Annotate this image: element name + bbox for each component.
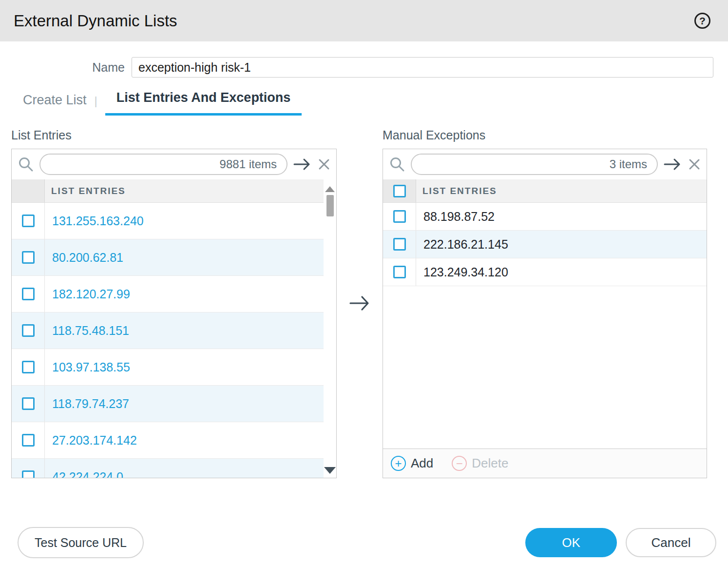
- row-checkbox[interactable]: [22, 251, 35, 264]
- table-row[interactable]: 131.255.163.240: [12, 203, 324, 239]
- list-entry-value: 103.97.138.55: [45, 349, 324, 385]
- table-row[interactable]: 222.186.21.145: [383, 231, 707, 258]
- list-entry-value: 131.255.163.240: [45, 203, 324, 239]
- items-count: 9881 items: [220, 157, 277, 171]
- clear-filter-icon[interactable]: [687, 157, 702, 172]
- name-input[interactable]: [132, 57, 713, 78]
- table-row[interactable]: 80.200.62.81: [12, 239, 324, 276]
- apply-filter-arrow-icon[interactable]: [293, 157, 311, 172]
- manual-exceptions-title: Manual Exceptions: [383, 128, 707, 142]
- table-row[interactable]: 88.198.87.52: [383, 203, 707, 231]
- row-checkbox[interactable]: [22, 324, 35, 337]
- scroll-up-arrow-icon[interactable]: [325, 186, 335, 192]
- list-entries-section: List Entries 9881 items: [11, 128, 337, 478]
- column-header: LIST ENTRIES: [416, 179, 707, 202]
- ok-button[interactable]: OK: [525, 528, 617, 557]
- manual-exceptions-section: Manual Exceptions 3 items: [383, 128, 707, 478]
- checkbox-cell: [12, 349, 45, 385]
- table-row[interactable]: 182.120.27.99: [12, 276, 324, 312]
- header-checkbox-cell: [12, 179, 45, 202]
- table-row[interactable]: 103.97.138.55: [12, 349, 324, 386]
- tab-divider: |: [87, 94, 105, 116]
- search-input[interactable]: 3 items: [411, 154, 658, 175]
- dialog-header: External Dynamic Lists ?: [0, 0, 728, 41]
- row-checkbox[interactable]: [393, 210, 406, 223]
- exceptions-actions-bar: + Add − Delete: [383, 448, 707, 478]
- manual-exceptions-panel: 3 items LIST ENTRIES: [383, 149, 707, 478]
- manual-exceptions-toolbar: 3 items: [383, 149, 707, 179]
- add-button[interactable]: + Add: [391, 456, 433, 471]
- list-entry-value: 118.75.48.151: [45, 312, 324, 349]
- items-count: 3 items: [610, 157, 647, 171]
- add-icon: +: [391, 456, 406, 471]
- row-checkbox[interactable]: [22, 288, 35, 300]
- list-entries-panel: 9881 items LIST ENTRIES: [11, 149, 337, 478]
- table-body: 131.255.163.240 80.200.62.81 182.120.27.…: [12, 203, 324, 478]
- list-entry-value: 27.203.174.142: [45, 422, 324, 458]
- checkbox-cell: [383, 203, 416, 230]
- list-entry-value: 42.224.224.0: [45, 459, 324, 478]
- row-checkbox[interactable]: [22, 361, 35, 373]
- checkbox-cell: [12, 312, 45, 349]
- cancel-button[interactable]: Cancel: [626, 528, 716, 557]
- tab-list-entries-and-exceptions[interactable]: List Entries And Exceptions: [105, 90, 302, 116]
- row-checkbox[interactable]: [393, 266, 406, 278]
- tab-bar: Create List | List Entries And Exception…: [0, 90, 728, 116]
- header-checkbox-cell: [383, 179, 416, 202]
- table-body: 88.198.87.52 222.186.21.145 123.249.34.1…: [383, 203, 707, 448]
- exception-entry-value: 222.186.21.145: [416, 231, 707, 258]
- name-field-row: Name: [0, 57, 713, 78]
- test-source-url-button[interactable]: Test Source URL: [18, 527, 144, 558]
- row-checkbox[interactable]: [22, 214, 35, 227]
- help-icon[interactable]: ?: [694, 13, 710, 29]
- search-icon: [18, 156, 34, 173]
- table-header-row: LIST ENTRIES: [383, 179, 707, 203]
- checkbox-cell: [12, 422, 45, 458]
- delete-label: Delete: [472, 456, 508, 471]
- exception-entry-value: 123.249.34.120: [416, 258, 707, 286]
- table-row[interactable]: 118.75.48.151: [12, 312, 324, 349]
- transfer-arrow-container: [337, 128, 383, 478]
- exception-entry-value: 88.198.87.52: [416, 203, 707, 230]
- row-checkbox[interactable]: [22, 397, 35, 410]
- dialog-footer: Test Source URL OK Cancel: [18, 527, 716, 558]
- table-row[interactable]: 118.79.74.237: [12, 386, 324, 422]
- delete-icon: −: [452, 456, 467, 471]
- list-entry-value: 182.120.27.99: [45, 276, 324, 312]
- list-entries-toolbar: 9881 items: [12, 149, 336, 179]
- panels-container: List Entries 9881 items: [11, 128, 707, 478]
- row-checkbox[interactable]: [22, 470, 35, 478]
- clear-filter-icon[interactable]: [317, 157, 331, 172]
- scroll-down-arrow-icon[interactable]: [324, 467, 336, 474]
- list-entry-value: 80.200.62.81: [45, 239, 324, 275]
- checkbox-cell: [383, 258, 416, 286]
- table-row[interactable]: 27.203.174.142: [12, 422, 324, 459]
- manual-exceptions-table: LIST ENTRIES 88.198.87.52 222.186.21.145: [383, 179, 707, 448]
- search-input[interactable]: 9881 items: [39, 154, 287, 175]
- checkbox-cell: [12, 276, 45, 312]
- table-row[interactable]: 123.249.34.120: [383, 258, 707, 286]
- checkbox-cell: [12, 203, 45, 239]
- checkbox-cell: [12, 239, 45, 275]
- tab-create-list[interactable]: Create List: [23, 93, 87, 116]
- search-icon: [389, 156, 405, 173]
- checkbox-cell: [383, 231, 416, 258]
- table-header-row: LIST ENTRIES: [12, 179, 324, 203]
- list-entries-title: List Entries: [11, 128, 337, 142]
- add-label: Add: [411, 456, 433, 471]
- row-checkbox[interactable]: [393, 238, 406, 251]
- delete-button[interactable]: − Delete: [452, 456, 508, 471]
- scrollbar[interactable]: [324, 179, 336, 478]
- table-row[interactable]: 42.224.224.0: [12, 459, 324, 478]
- scrollbar-thumb[interactable]: [326, 195, 334, 216]
- checkbox-cell: [12, 459, 45, 478]
- name-label: Name: [0, 60, 132, 75]
- select-all-checkbox[interactable]: [393, 185, 406, 197]
- list-entry-value: 118.79.74.237: [45, 386, 324, 422]
- row-checkbox[interactable]: [22, 434, 35, 447]
- apply-filter-arrow-icon[interactable]: [663, 157, 682, 172]
- column-header: LIST ENTRIES: [45, 179, 324, 202]
- page-title: External Dynamic Lists: [14, 12, 177, 30]
- transfer-arrow-icon[interactable]: [348, 293, 371, 313]
- list-entries-table: LIST ENTRIES 131.255.163.240 80.200.62.8…: [12, 179, 336, 478]
